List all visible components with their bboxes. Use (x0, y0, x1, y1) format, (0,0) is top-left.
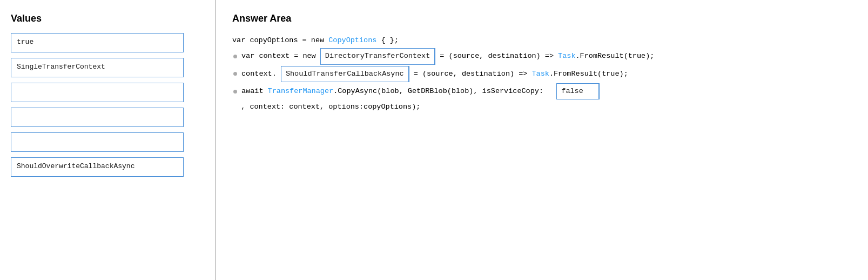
code-line-2: var context = new DirectoryTransferConte… (232, 48, 852, 64)
code-text: await (241, 85, 268, 98)
code-text: = (source, destination) => (409, 68, 532, 81)
left-panel: Values true SingleTransferContext Should… (0, 0, 216, 280)
inline-box-directory-transfer[interactable]: DirectoryTransferContext (320, 48, 435, 64)
connector-dots-4 (232, 90, 237, 94)
code-text: var copyOptions = new (232, 34, 328, 47)
dot (233, 72, 237, 76)
code-text: var context = new (241, 50, 320, 63)
code-line-5: , context: context, options:copyOptions)… (232, 101, 852, 114)
code-text: .CopyAsync(blob, GetDRBlob(blob), isServ… (333, 85, 556, 98)
code-text: , context: context, options:copyOptions)… (232, 101, 420, 114)
code-text: { }; (376, 34, 399, 47)
code-text: context. (241, 68, 281, 81)
code-text: = (source, destination) => (435, 50, 558, 63)
code-line-3: context. ShouldTransferCallbackAsync = (… (232, 66, 852, 82)
connector-dots-2 (232, 55, 237, 58)
dot (233, 55, 237, 58)
task-type: Task (558, 50, 575, 63)
value-box-single-transfer[interactable]: SingleTransferContext (11, 58, 184, 77)
right-panel: Answer Area var copyOptions = new CopyOp… (216, 0, 868, 280)
value-box-empty1[interactable] (11, 83, 184, 102)
value-box-true[interactable]: true (11, 33, 184, 52)
code-text: .FromResult(true); (576, 50, 655, 63)
task-type-2: Task (532, 68, 549, 81)
left-panel-title: Values (11, 13, 204, 24)
copy-options-type: CopyOptions (328, 34, 376, 47)
dot (233, 90, 237, 94)
inline-box-should-transfer[interactable]: ShouldTransferCallbackAsync (281, 66, 409, 82)
value-box-empty3[interactable] (11, 132, 184, 152)
inline-box-false[interactable]: false (556, 83, 600, 99)
transfer-manager-type: TransferManager (268, 85, 334, 98)
code-line-1: var copyOptions = new CopyOptions { }; (232, 34, 852, 47)
code-text: .FromResult(true); (549, 68, 628, 81)
right-panel-title: Answer Area (232, 13, 852, 24)
value-box-should-overwrite[interactable]: ShouldOverwriteCallbackAsync (11, 157, 184, 177)
value-box-empty2[interactable] (11, 108, 184, 127)
code-line-4: await TransferManager .CopyAsync(blob, G… (232, 83, 852, 99)
code-area: var copyOptions = new CopyOptions { }; v… (232, 34, 852, 114)
connector-dots-3 (232, 72, 237, 76)
